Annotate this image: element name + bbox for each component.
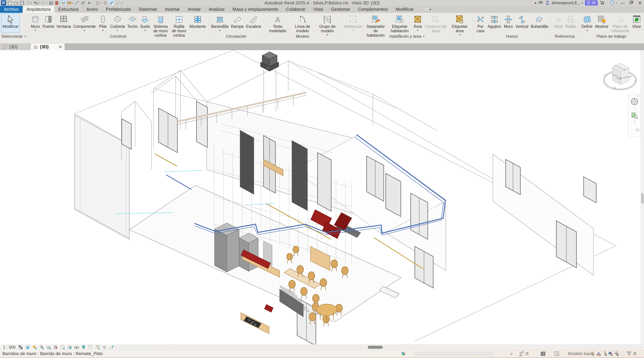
design-options-picker-icon[interactable] [554,350,560,357]
rampa-button[interactable]: Rampa [230,14,245,29]
store-cart-icon[interactable] [600,0,605,6]
vertical-scrollbar[interactable] [640,50,644,344]
navbar-close-icon[interactable]: ✕ [637,95,640,97]
restore-button[interactable] [628,1,635,5]
section-icon[interactable] [103,0,108,6]
qat-customize-chevrons[interactable]: » [121,1,122,5]
panel-label-habitacion-y-area[interactable]: Habitación y área▼ [343,34,472,39]
minimize-button[interactable]: — [619,1,626,5]
editable-items-indicator[interactable]: :0 [518,350,528,357]
detail-level-icon[interactable] [18,345,23,350]
navbar-options-icon[interactable] [636,128,640,132]
shadows-icon[interactable] [39,345,44,350]
cubierta-button[interactable]: Cubierta▾ [109,14,126,32]
drag-on-selection-toggle[interactable] [614,350,620,357]
undo-caret[interactable]: ▾ [39,2,40,4]
escalera-button[interactable]: Escalera [245,14,262,29]
close-view-tab-icon[interactable]: ✕ [59,45,62,49]
trial-days-badge[interactable]: 30 [585,0,598,6]
tab-anotar[interactable]: Anotar [184,6,205,13]
puerta-button[interactable]: Puerta [41,14,55,29]
thin-lines-icon[interactable] [109,0,114,6]
tab-gestionar[interactable]: Gestionar [327,6,354,13]
barandilla-button[interactable]: Barandilla▾ [210,14,230,32]
redo-caret[interactable]: ▾ [46,2,48,4]
tab-prefabricado[interactable]: Prefabricado [102,6,135,13]
dimension-caret[interactable]: ▾ [72,2,74,4]
revit-logo-icon[interactable]: R [1,0,6,6]
open-file-icon[interactable] [13,0,18,6]
steering-wheel-icon[interactable] [630,97,639,106]
hide-isolate-icon[interactable] [74,345,79,350]
viewcube[interactable]: N O E SUPERIOR DERECHA POSTERIOR [603,58,639,94]
align-tool-icon[interactable] [61,0,66,6]
worksets-icon[interactable] [401,350,406,357]
modificar-button[interactable]: Modificar [1,14,20,33]
tab-masa-y-emplazamiento[interactable]: Masa y emplazamiento [228,6,282,13]
componente-button[interactable]: Componente▾ [72,14,97,32]
vertical-button[interactable]: Vertical [514,14,530,29]
definir-button[interactable]: Definir▾ [580,14,594,32]
etiquetar-area-button[interactable]: Etiquetar área▾ [448,14,472,37]
grupo-de-modelo-button[interactable]: Grupo de modelo▾ [315,14,340,37]
compass-west-label[interactable]: O [634,80,637,83]
tab-archivo[interactable]: Archivo [0,6,23,13]
tab-colaborar[interactable]: Colaborar [282,6,310,13]
design-options-dialog-icon[interactable] [540,350,546,357]
mostrar-button[interactable]: Mostrar [594,14,610,29]
status-expand-chevron[interactable]: ∨ [510,350,513,357]
view-tab-3d-active[interactable]: {3D} ✕ [31,44,65,50]
montante-button[interactable]: Montante [188,14,207,29]
collapse-arrow-icon[interactable]: ◂ [534,1,536,5]
properties-icon[interactable] [7,0,12,6]
user-avatar[interactable] [545,0,550,6]
locked-orientation-icon[interactable] [67,345,72,350]
visual-style-icon[interactable] [25,345,30,350]
crop-region-icon[interactable] [60,345,65,350]
panel-label-circulacion[interactable]: Circulación [210,34,262,39]
panel-label-referencia[interactable]: Referencia [552,34,577,39]
panel-label-plano-de-trabajo[interactable]: Plano de trabajo [580,34,643,39]
linea-de-modelo-button[interactable]: Línea de modelo [290,14,315,34]
crop-view-icon[interactable] [53,345,58,350]
design-option-dropdown[interactable]: Modelo base [568,350,593,357]
select-underlay-toggle[interactable] [596,350,602,357]
ventana-button[interactable]: Ventana [55,14,72,29]
etiquetar-habitacion-button[interactable]: Etiquetar habitación▾ [388,14,412,37]
pilar-button[interactable]: Pilar▾ [97,14,109,32]
visor-button[interactable]: Visor [631,14,643,29]
sun-path-icon[interactable] [32,345,37,350]
zoom-tool-icon[interactable] [630,111,638,120]
selection-filter[interactable]: :0 [626,350,636,357]
buhardilla-button[interactable]: Buhardilla [530,14,549,29]
reveal-constraints-icon[interactable] [109,345,114,350]
tab-estructura[interactable]: Estructura [54,6,82,13]
help-icon[interactable]: ? [610,0,614,6]
horizontal-scrollbar[interactable] [118,344,641,350]
area-button[interactable]: Área▾ [412,14,424,32]
displacement-sets-icon[interactable] [102,345,107,350]
tab-acero[interactable]: Acero [82,6,102,13]
analytical-model-icon[interactable] [95,345,100,350]
reveal-hidden-icon[interactable] [81,345,86,350]
suelo-button[interactable]: Suelo▾ [139,14,151,32]
close-button[interactable]: ✕ [637,1,643,5]
sync-caret[interactable]: ▾ [31,2,32,4]
tab-vista[interactable]: Vista [310,6,327,13]
model-viewport[interactable] [0,50,640,344]
select-pinned-toggle[interactable] [602,350,608,357]
tab-arquitectura[interactable]: Arquitectura [23,6,54,13]
tag-icon[interactable] [80,0,86,6]
default-3d-view-icon[interactable] [95,0,100,6]
horizontal-scrollbar-thumb[interactable] [368,346,383,349]
select-links-toggle[interactable] [590,350,596,357]
render-icon[interactable] [46,345,51,350]
print-icon[interactable] [48,0,54,6]
save-icon[interactable] [20,0,24,6]
tab-insertar[interactable]: Insertar [161,6,184,13]
tab-complementos[interactable]: Complementos [354,6,392,13]
search-icon[interactable] [538,0,543,6]
temporary-view-properties-icon[interactable] [88,345,93,350]
vertical-scrollbar-thumb[interactable] [641,193,644,204]
techo-button[interactable]: Techo [126,14,139,29]
